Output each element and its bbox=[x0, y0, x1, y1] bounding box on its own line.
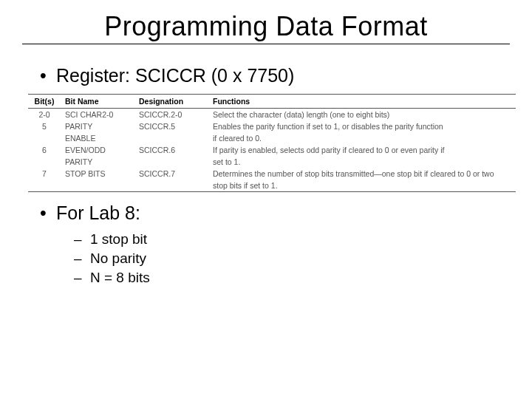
subbullet-stop: – 1 stop bit bbox=[74, 231, 510, 248]
td-name: SCI CHAR2-0 bbox=[64, 109, 137, 121]
table-row: stop bits if set to 1. bbox=[28, 180, 516, 192]
td-desig: SCICCR.5 bbox=[137, 120, 211, 132]
td-bits: 6 bbox=[28, 144, 64, 156]
subbullet-nbits: – N = 8 bits bbox=[74, 270, 510, 286]
table-row: ENABLE if cleared to 0. bbox=[28, 132, 516, 144]
bullet-register-text: Register: SCICCR (0 x 7750) bbox=[56, 65, 294, 86]
bullet-dot-icon: • bbox=[40, 202, 56, 224]
td-name: EVEN/ODD bbox=[64, 144, 137, 156]
td-func: Determines the number of stop bits trans… bbox=[211, 168, 516, 180]
td-desig: SCICCR.7 bbox=[137, 168, 211, 180]
th-func: Functions bbox=[211, 95, 516, 109]
table-row: 7 STOP BITS SCICCR.7 Determines the numb… bbox=[28, 168, 516, 180]
bullet-dash-icon: – bbox=[74, 270, 90, 286]
td-desig bbox=[137, 156, 211, 168]
td-name: ENABLE bbox=[64, 132, 137, 144]
table-row: 2-0 SCI CHAR2-0 SCICCR.2-0 Select the ch… bbox=[28, 109, 516, 121]
register-table: Bit(s) Bit Name Designation Functions 2-… bbox=[28, 94, 516, 192]
table-header-row: Bit(s) Bit Name Designation Functions bbox=[28, 95, 516, 109]
th-desig: Designation bbox=[137, 95, 211, 109]
bullet-dash-icon: – bbox=[74, 231, 90, 248]
td-desig: SCICCR.6 bbox=[137, 144, 211, 156]
slide: Programming Data Format • Register: SCIC… bbox=[0, 0, 532, 399]
td-bits: 2-0 bbox=[28, 109, 64, 121]
td-desig: SCICCR.2-0 bbox=[137, 109, 211, 121]
table-row: PARITY set to 1. bbox=[28, 156, 516, 168]
slide-title: Programming Data Format bbox=[52, 11, 480, 42]
subbullet-parity: – No parity bbox=[74, 250, 510, 267]
slide-body: • Register: SCICCR (0 x 7750) Bit(s) Bit… bbox=[22, 44, 510, 286]
table-row: 6 EVEN/ODD SCICCR.6 If parity is enabled… bbox=[28, 144, 516, 156]
td-desig bbox=[137, 132, 211, 144]
subbullet-parity-text: No parity bbox=[90, 250, 146, 267]
td-func: Select the character (data) length (one … bbox=[211, 109, 516, 121]
register-table-wrap: Bit(s) Bit Name Designation Functions 2-… bbox=[28, 94, 510, 192]
td-func: stop bits if set to 1. bbox=[211, 180, 516, 192]
td-bits bbox=[28, 132, 64, 144]
bullet-forlab: • For Lab 8: bbox=[40, 202, 510, 224]
td-func: if cleared to 0. bbox=[211, 132, 516, 144]
td-bits bbox=[28, 156, 64, 168]
bullet-forlab-text: For Lab 8: bbox=[56, 202, 140, 224]
th-name: Bit Name bbox=[64, 95, 137, 109]
td-name bbox=[64, 180, 137, 192]
td-bits: 5 bbox=[28, 120, 64, 132]
td-func: set to 1. bbox=[211, 156, 516, 168]
bullet-register: • Register: SCICCR (0 x 7750) bbox=[40, 65, 510, 86]
title-wrap: Programming Data Format bbox=[22, 7, 510, 44]
table-row: 5 PARITY SCICCR.5 Enables the parity fun… bbox=[28, 120, 516, 132]
th-bits: Bit(s) bbox=[28, 95, 64, 109]
bullet-dash-icon: – bbox=[74, 250, 90, 267]
td-desig bbox=[137, 180, 211, 192]
td-bits bbox=[28, 180, 64, 192]
td-func: If parity is enabled, selects odd parity… bbox=[211, 144, 516, 156]
td-name: PARITY bbox=[64, 120, 137, 132]
subbullet-stop-text: 1 stop bit bbox=[90, 231, 147, 248]
td-name: PARITY bbox=[64, 156, 137, 168]
td-bits: 7 bbox=[28, 168, 64, 180]
bullet-dot-icon: • bbox=[40, 65, 56, 86]
td-func: Enables the parity function if set to 1,… bbox=[211, 120, 516, 132]
subbullet-nbits-text: N = 8 bits bbox=[90, 270, 150, 286]
td-name: STOP BITS bbox=[64, 168, 137, 180]
